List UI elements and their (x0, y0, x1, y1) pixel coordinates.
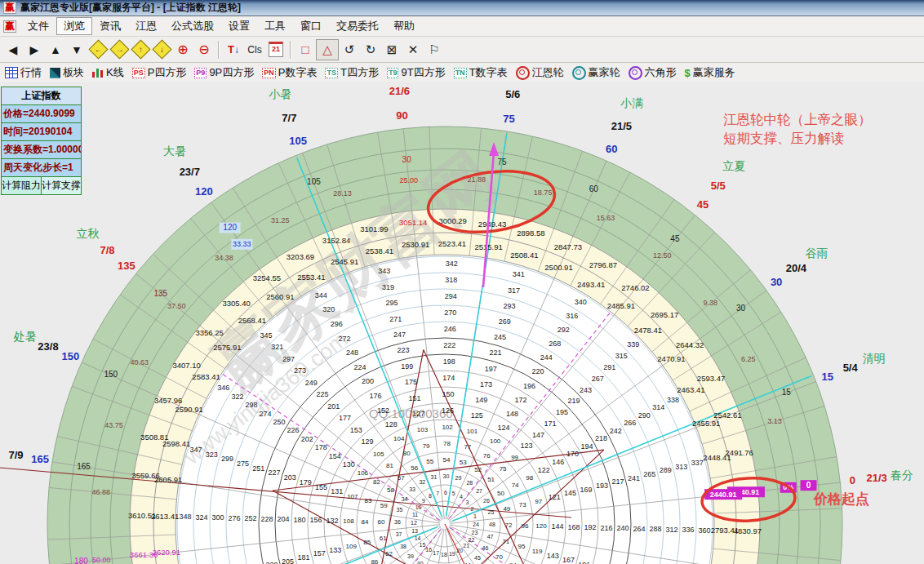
svg-text:345: 345 (260, 331, 273, 340)
svg-text:223: 223 (398, 346, 410, 354)
svg-text:29: 29 (455, 475, 462, 481)
candlestick-icon (92, 68, 104, 78)
svg-text:180: 180 (74, 557, 88, 564)
svg-text:49: 49 (503, 505, 510, 513)
page-prev-button[interactable]: ◀ (2, 40, 24, 60)
p-table-button[interactable]: PNP数字表 (262, 65, 317, 80)
svg-text:105: 105 (373, 451, 384, 458)
svg-text:193: 193 (596, 482, 608, 490)
menu-item-公式选股[interactable]: 公式选股 (164, 17, 221, 35)
hexagon-button[interactable]: 六角形 (629, 65, 677, 80)
shift-down-button[interactable]: ↓ (151, 40, 172, 60)
menu-item-文件[interactable]: 文件 (20, 17, 56, 35)
svg-text:250: 250 (273, 418, 286, 426)
svg-text:58: 58 (387, 486, 394, 494)
svg-text:22: 22 (469, 537, 475, 543)
box-select-button[interactable]: ⊠ (381, 40, 402, 60)
svg-text:23/7: 23/7 (180, 166, 200, 178)
svg-text:291: 291 (603, 363, 615, 371)
svg-text:122: 122 (538, 466, 550, 474)
menu-item-窗口[interactable]: 窗口 (293, 17, 329, 35)
svg-text:2898.58: 2898.58 (517, 229, 544, 238)
cross-tool-button[interactable]: ✕ (402, 40, 424, 60)
svg-text:271: 271 (389, 315, 402, 323)
svg-text:229: 229 (266, 561, 278, 564)
t-axis-button[interactable]: T↓ (223, 40, 244, 60)
svg-text:6: 6 (444, 490, 447, 495)
draw-triangle-button[interactable]: △ (316, 39, 339, 60)
svg-text:60: 60 (606, 143, 617, 155)
calc-support-button[interactable]: 计算支撑 (42, 177, 81, 194)
instrument-info-panel: 上证指数 价格=2440.9099 时间=20190104 变换系数=1.000… (1, 87, 82, 195)
svg-text:3305.40: 3305.40 (222, 299, 250, 308)
flip-up-button[interactable]: ▲ (45, 40, 66, 60)
svg-text:2598.41: 2598.41 (162, 439, 190, 448)
svg-text:2695.17: 2695.17 (651, 310, 678, 319)
svg-text:296: 296 (331, 320, 343, 328)
t-table-button[interactable]: TNT数字表 (454, 65, 508, 80)
svg-text:2545.91: 2545.91 (331, 257, 358, 266)
menu-item-工具[interactable]: 工具 (257, 17, 293, 35)
svg-text:252: 252 (245, 514, 257, 522)
menu-item-江恩[interactable]: 江恩 (128, 17, 164, 35)
calc-resistance-button[interactable]: 计算阻力 (2, 177, 42, 194)
cls-button[interactable]: Cls (244, 40, 265, 60)
rotate-cw-button[interactable]: ↻ (360, 40, 381, 60)
winner-wheel-button[interactable]: 赢家轮 (572, 65, 620, 80)
svg-text:264: 264 (633, 525, 645, 533)
draw-square-button[interactable]: □ (295, 40, 316, 60)
kline-button[interactable]: K线 (92, 65, 124, 80)
gann-wheel-canvas[interactable]: 赢家财富网www.yingjia360.comQQ:10080036012345… (0, 82, 924, 564)
svg-text:196: 196 (523, 382, 535, 390)
svg-text:75: 75 (498, 158, 508, 167)
bankuai-button[interactable]: 板块 (50, 65, 84, 80)
svg-text:79: 79 (423, 442, 430, 450)
svg-text:2478.41: 2478.41 (634, 326, 662, 335)
p-square-button[interactable]: PSP四方形 (132, 65, 187, 80)
9p-square-label: 9P四方形 (209, 65, 254, 80)
svg-text:71: 71 (502, 538, 509, 545)
shift-left-button[interactable]: ← (87, 40, 109, 60)
svg-text:221: 221 (489, 349, 501, 357)
svg-text:169: 169 (580, 486, 593, 494)
shift-right-button[interactable]: → (109, 40, 130, 60)
zoom-in-button[interactable]: ⊕ (172, 40, 193, 60)
shift-up-button[interactable]: ↑ (130, 40, 151, 60)
svg-text:104: 104 (393, 435, 405, 442)
gann-wheel-button[interactable]: 江恩轮 (516, 65, 564, 80)
menu-item-浏览[interactable]: 浏览 (56, 17, 92, 35)
hangqing-button[interactable]: 行情 (5, 65, 42, 80)
menu-item-资讯[interactable]: 资讯 (92, 17, 128, 35)
svg-text:216: 216 (600, 524, 612, 532)
svg-text:3000.29: 3000.29 (439, 216, 467, 225)
zoom-out-button[interactable]: ⊖ (193, 40, 215, 60)
page-next-button[interactable]: ▶ (24, 40, 45, 60)
menu-item-帮助[interactable]: 帮助 (386, 17, 422, 35)
svg-text:3356.25: 3356.25 (196, 328, 224, 337)
winner-service-label: 赢家服务 (693, 65, 735, 80)
svg-text:7/9: 7/9 (9, 449, 24, 461)
svg-text:2530.91: 2530.91 (402, 240, 429, 249)
svg-text:2575.91: 2575.91 (213, 343, 241, 352)
winner-service-button[interactable]: $赢家服务 (685, 65, 735, 80)
svg-text:107: 107 (347, 493, 358, 500)
p-table-label: P数字表 (278, 65, 318, 80)
svg-text:43.75: 43.75 (104, 421, 123, 429)
svg-text:241: 241 (628, 474, 640, 482)
flag-tool-button[interactable]: ⚐ (424, 40, 445, 60)
9p-square-button[interactable]: P99P四方形 (194, 65, 254, 80)
calendar-button[interactable]: 21 (265, 40, 287, 60)
9t-square-button[interactable]: T99T四方形 (387, 65, 446, 80)
t-square-button[interactable]: TST四方形 (325, 65, 378, 80)
9p-square-icon: P9 (194, 68, 207, 78)
gann-wheel-drawing: 赢家财富网www.yingjia360.comQQ:10080036012345… (0, 82, 924, 564)
menu-item-设置[interactable]: 设置 (221, 17, 257, 35)
rotate-ccw-button[interactable]: ↺ (339, 40, 360, 60)
flip-down-button[interactable]: ▼ (66, 40, 87, 60)
svg-text:立秋: 立秋 (76, 227, 99, 240)
menu-item-交易委托[interactable]: 交易委托 (329, 17, 386, 35)
svg-text:84: 84 (362, 518, 369, 526)
svg-text:267: 267 (592, 375, 604, 383)
svg-text:75: 75 (503, 113, 514, 125)
price-field: 价格=2440.9099 (2, 105, 81, 123)
